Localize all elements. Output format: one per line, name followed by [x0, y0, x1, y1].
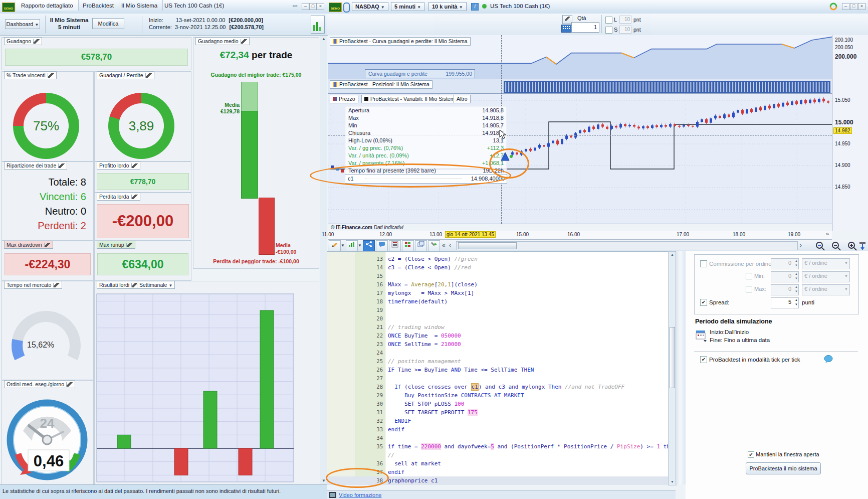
report-scrollbar[interactable]: ▲ ▼ — [320, 36, 327, 484]
period-dropdown[interactable]: Settimanale ▼ — [137, 281, 175, 289]
scroll-up-icon[interactable]: ▲ — [669, 252, 676, 258]
wrench-icon[interactable] — [131, 163, 138, 168]
qty-input[interactable]: 1 — [571, 22, 599, 33]
minimize-button[interactable]: – — [302, 3, 309, 10]
commission-unit-select[interactable]: € / ordine▼ — [802, 258, 850, 269]
min-input[interactable]: 0▲▼ — [771, 271, 799, 282]
code-line[interactable]: 17mylongx = MAxx > MAxx[1] — [327, 289, 668, 297]
stop-value[interactable]: 10 — [619, 26, 631, 34]
stop-checkbox[interactable] — [605, 27, 612, 34]
scroll-down-icon[interactable]: ▼ — [669, 479, 676, 485]
code-line[interactable]: 15 — [327, 272, 668, 280]
calendar-icon[interactable] — [696, 329, 708, 342]
code-line[interactable]: 25// position management — [327, 357, 668, 366]
panel-drawdown-tab[interactable]: Max drawdown — [4, 241, 53, 249]
panel-perdita-tab[interactable]: Perdita lorda — [97, 193, 140, 201]
wrench-icon[interactable] — [241, 39, 247, 44]
wrench-icon[interactable] — [126, 243, 133, 247]
code-line[interactable]: 35if time = 220000 and dayofweek=5 and (… — [327, 442, 668, 451]
commission-checkbox[interactable] — [700, 260, 707, 267]
wrench-icon[interactable] — [145, 73, 152, 78]
wrench-icon[interactable] — [58, 163, 65, 168]
code-line[interactable]: 13c2 = (Close > Open) //green — [327, 255, 668, 263]
close-button[interactable]: × — [317, 3, 324, 10]
code-line[interactable]: 21// trading window — [327, 323, 668, 331]
scroll-up-icon[interactable]: ▲ — [320, 36, 327, 43]
heatmap-button[interactable] — [402, 240, 414, 251]
panel-trade-vincenti-tab[interactable]: % Trade vincenti — [4, 71, 57, 79]
tab-rapporto-dettagliato[interactable]: Rapporto dettagliato — [16, 0, 79, 11]
spread-input[interactable]: 5▲▼ — [771, 297, 799, 308]
splitter[interactable] — [676, 251, 687, 484]
spread-checkbox[interactable]: ✔ — [700, 299, 707, 306]
code-line[interactable]: 20 — [327, 314, 668, 323]
code-editor[interactable]: 13c2 = (Close > Open) //green14c3 = (Clo… — [327, 251, 668, 485]
maximize-button[interactable]: □ — [850, 3, 857, 10]
code-line[interactable]: 22ONCE BuyTime = 050000 — [327, 331, 668, 340]
code-line[interactable]: 19 — [327, 306, 668, 314]
chart-type-button[interactable] — [346, 240, 358, 251]
panel-guadagno-tab[interactable]: Guadagno — [4, 37, 42, 45]
code-line[interactable]: 26IF Time >= BuyTime AND Time <= SellTim… — [327, 366, 668, 374]
help-bubble-icon[interactable] — [824, 355, 834, 364]
refresh-icon[interactable] — [829, 2, 838, 11]
code-line[interactable]: 24 — [327, 349, 668, 357]
comments-button[interactable] — [376, 240, 388, 251]
zoom-in-icon[interactable] — [847, 241, 858, 251]
code-line[interactable]: // — [327, 451, 668, 459]
panel-ordini-tab[interactable]: Ordini med. eseg./giorno — [4, 380, 75, 388]
price-pane-tab[interactable]: Prezzo — [330, 95, 358, 103]
modifica-button[interactable]: Modifica — [92, 18, 124, 29]
dashboard-dropdown[interactable]: Dashboard ▼ — [5, 19, 40, 29]
panel-guadagni-perdite-tab[interactable]: Guadagni / Perdite — [97, 71, 154, 79]
code-line[interactable]: 31 SET TARGET pPROFIT 175 — [327, 408, 668, 417]
tab-il-mio-sistema[interactable]: Il Mio Sistema — [116, 0, 163, 11]
max-input[interactable]: 0▲▼ — [771, 284, 799, 295]
info-icon[interactable]: i — [471, 3, 479, 11]
scroll-left-icon[interactable]: ‹ — [449, 242, 451, 249]
positions-pane-tab[interactable]: ProBacktest - Posizioni: Il Mio Sistema — [330, 80, 432, 89]
commission-input[interactable]: 0▲▼ — [771, 258, 799, 269]
maximize-button[interactable]: □ — [309, 3, 317, 10]
close-button[interactable]: × — [858, 3, 865, 10]
tab-probacktest[interactable]: ProBacktest — [78, 0, 119, 11]
axis-more-icon[interactable]: » — [826, 231, 829, 237]
axis-settings-icon[interactable] — [859, 241, 867, 251]
limit-value[interactable]: 10 — [619, 16, 631, 24]
minimize-button[interactable]: – — [842, 3, 849, 10]
panel-guadagno-medio-tab[interactable]: Guadagno medio — [195, 37, 250, 45]
panel-risultati-tab[interactable]: Risultati lordi — [97, 281, 140, 289]
zoom-fit-icon[interactable] — [815, 241, 826, 251]
panel-tempo-tab[interactable]: Tempo nel mercato — [4, 281, 62, 289]
order-settings-button[interactable] — [562, 15, 572, 24]
wrench-icon[interactable] — [48, 73, 54, 78]
scrollbar-thumb[interactable] — [670, 327, 675, 388]
run-backtest-button[interactable]: ProBacktesta il mio sistema — [746, 462, 821, 474]
variables-pane-tab[interactable]: ProBacktest - Variabili: Il Mio Sistema — [361, 95, 461, 103]
code-line[interactable]: 32 ENDIF — [327, 417, 668, 425]
chevron-down-icon[interactable]: ▼ — [341, 243, 345, 248]
altro-tab[interactable]: Altro — [454, 95, 471, 103]
code-line[interactable]: 27 — [327, 374, 668, 383]
min-unit-select[interactable]: € / ordine▼ — [802, 271, 850, 282]
wrench-icon[interactable] — [53, 283, 60, 287]
tab-instrument[interactable]: US Tech 100 Cash (1€) — [159, 0, 229, 11]
code-line[interactable]: 14c3 = (Close < Open) //red — [327, 263, 668, 272]
wrench-icon[interactable] — [44, 243, 51, 247]
video-formazione-link[interactable]: Video formazione — [339, 492, 381, 498]
code-line[interactable]: 36 sell at market — [327, 459, 668, 468]
wrench-icon[interactable] — [66, 382, 73, 387]
code-line[interactable]: 23ONCE SellTime = 210000 — [327, 340, 668, 349]
chevron-down-icon[interactable]: ▼ — [358, 243, 362, 248]
wrench-icon[interactable] — [33, 39, 40, 44]
timeframe-dropdown[interactable]: 5 minuti ▼ — [391, 2, 424, 11]
backtest-settings-button[interactable] — [428, 240, 440, 251]
equity-pane-tab[interactable]: ProBacktest - Curva guadagni e perdite: … — [330, 37, 471, 46]
time-axis[interactable] — [328, 231, 832, 240]
share-view-button[interactable] — [363, 240, 375, 251]
wrench-icon[interactable] — [131, 195, 138, 199]
code-line[interactable]: 34 — [327, 434, 668, 442]
scroll-right-icon[interactable]: › — [800, 242, 802, 249]
panel-profitto-tab[interactable]: Profitto lordo — [97, 161, 140, 170]
share-icon[interactable]: ⚯ — [293, 3, 297, 10]
